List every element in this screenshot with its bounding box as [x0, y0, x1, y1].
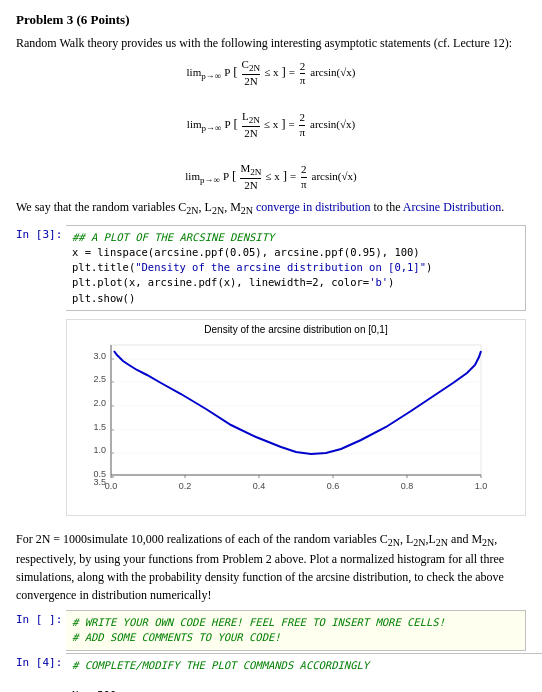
eq3: limp→∞ P [ M2N 2N ≤ x ] = 2 π arcsin(√x)	[16, 162, 526, 192]
svg-text:0.2: 0.2	[179, 481, 192, 491]
cell-in4: In [4]: # COMPLETE/MODIFY THE PLOT COMMA…	[16, 653, 526, 692]
problem-title: Problem 3 (6 Points)	[16, 12, 526, 28]
problem-intro: Random Walk theory provides us with the …	[16, 34, 526, 52]
cell-in3-body[interactable]: ## A PLOT OF THE ARCSINE DENSITY x = lin…	[66, 225, 526, 311]
svg-text:2.0: 2.0	[93, 398, 106, 408]
svg-rect-0	[111, 345, 481, 475]
svg-text:0.4: 0.4	[253, 481, 266, 491]
svg-text:0.6: 0.6	[327, 481, 340, 491]
main-content: Problem 3 (6 Points) Random Walk theory …	[0, 0, 542, 692]
between-text: For 2N = 1000simulate 10,000 realization…	[16, 530, 526, 604]
cell-blank-body[interactable]: # WRITE YOUR OWN CODE HERE! FEEL FREE TO…	[66, 610, 526, 650]
cell-in4-code: # COMPLETE/MODIFY THE PLOT COMMANDS ACCO…	[66, 654, 542, 692]
arcsine-plot-svg: 0.5 1.0 1.5 2.0 2.5 3.0 3.5 0.0	[71, 337, 501, 507]
cell-in3-plot-body: Density of the arcsine distribution on […	[66, 313, 526, 522]
cell-output-label	[16, 313, 66, 522]
svg-text:2.5: 2.5	[93, 374, 106, 384]
plot-title: Density of the arcsine distribution on […	[71, 324, 521, 335]
cell-blank-code: # WRITE YOUR OWN CODE HERE! FEEL FREE TO…	[66, 611, 525, 649]
cell-in4-body[interactable]: # COMPLETE/MODIFY THE PLOT COMMANDS ACCO…	[66, 653, 542, 692]
cell-in3-output: Density of the arcsine distribution on […	[16, 313, 526, 522]
svg-text:0.0: 0.0	[105, 481, 118, 491]
svg-text:3.0: 3.0	[93, 351, 106, 361]
svg-text:0.8: 0.8	[401, 481, 414, 491]
problem-conclusion: We say that the random variables C2N, L2…	[16, 198, 526, 218]
cell-in3-code: ## A PLOT OF THE ARCSINE DENSITY x = lin…	[66, 226, 525, 310]
svg-text:1.0: 1.0	[475, 481, 488, 491]
svg-text:1.5: 1.5	[93, 422, 106, 432]
cell-blank-label: In [ ]:	[16, 610, 66, 650]
plot-arcsine: Density of the arcsine distribution on […	[66, 319, 526, 516]
math-equations: limp→∞ P [ C2N 2N ≤ x ] = 2 π arcsin(√x)…	[16, 58, 526, 192]
cell-in3-label: In [3]:	[16, 225, 66, 311]
eq2: limp→∞ P [ L2N 2N ≤ x ] = 2 π arcsin(√x)	[16, 110, 526, 140]
cell-blank: In [ ]: # WRITE YOUR OWN CODE HERE! FEEL…	[16, 610, 526, 650]
cell-in4-label: In [4]:	[16, 653, 66, 692]
svg-text:1.0: 1.0	[93, 445, 106, 455]
eq1: limp→∞ P [ C2N 2N ≤ x ] = 2 π arcsin(√x)	[16, 58, 526, 88]
cell-in3: In [3]: ## A PLOT OF THE ARCSINE DENSITY…	[16, 225, 526, 311]
